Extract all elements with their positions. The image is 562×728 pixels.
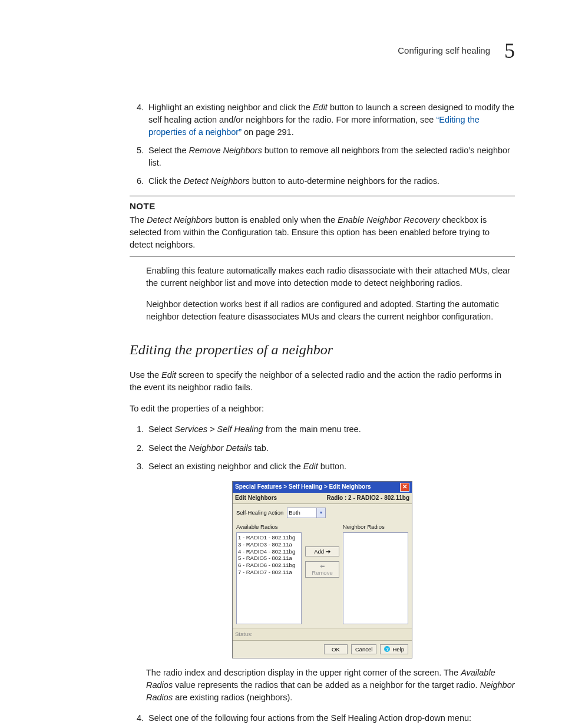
self-healing-action-select[interactable]: Both ▾	[287, 508, 326, 518]
step3-4: Select one of the following four actions…	[146, 712, 515, 724]
help-button[interactable]: ? Help	[380, 644, 408, 654]
list-item[interactable]: 3 - RADIO3 - 802.11a	[238, 541, 300, 548]
list-item[interactable]: 6 - RADIO6 - 802.11bg	[238, 562, 300, 569]
remove-button[interactable]: ⬅ Remove	[305, 561, 339, 578]
neighbor-radios-list[interactable]	[343, 532, 408, 624]
note-body: The Detect Neighbors button is enabled o…	[130, 214, 515, 251]
dialog-titlebar: Special Features > Self Healing > Edit N…	[233, 482, 412, 493]
list-item[interactable]: 5 - RADIO5 - 802.11a	[238, 555, 300, 562]
lead-in: To edit the properties of a neighbor:	[130, 403, 515, 415]
list-item[interactable]: 7 - RADIO7 - 802.11a	[238, 569, 300, 576]
step2-3: Select an existing neighbor and click th…	[146, 460, 515, 473]
procedure-list-1: Highlight an existing neighbor and click…	[130, 101, 515, 187]
help-label: Help	[392, 646, 404, 653]
radio-indicator: Radio : 2 - RADIO2 - 802.11bg	[326, 494, 409, 503]
panel-title: Edit Neighbors	[235, 494, 277, 503]
status-bar: Status:	[233, 628, 412, 641]
para-detection: Neighbor detection works best if all rad…	[146, 298, 515, 323]
step2-1: Select Services > Self Healing from the …	[146, 423, 515, 436]
procedure-list-2: Select Services > Self Healing from the …	[130, 423, 515, 472]
close-icon[interactable]: ✕	[400, 483, 409, 492]
cancel-button[interactable]: Cancel	[351, 644, 377, 654]
available-radios-list[interactable]: 1 - RADIO1 - 802.11bg 3 - RADIO3 - 802.1…	[236, 532, 302, 624]
list-item[interactable]: 1 - RADIO1 - 802.11bg	[238, 534, 300, 541]
ok-button[interactable]: OK	[324, 644, 348, 654]
dialog-breadcrumb: Special Features > Self Healing > Edit N…	[235, 483, 371, 492]
intro-para: Use the Edit screen to specify the neigh…	[130, 369, 515, 394]
running-head-text: Configuring self healing	[398, 44, 490, 57]
note-label: NOTE	[130, 200, 515, 213]
available-radios-label: Available Radios	[236, 523, 302, 531]
procedure-list-3: Select one of the following four actions…	[130, 712, 515, 724]
section-heading: Editing the properties of a neighbor	[130, 340, 515, 360]
chapter-number: 5	[504, 35, 515, 66]
note-block: NOTE The Detect Neighbors button is enab…	[130, 196, 515, 256]
step-4: Highlight an existing neighbor and click…	[146, 101, 515, 139]
chevron-down-icon: ▾	[316, 508, 325, 518]
after-shot-para: The radio index and description display …	[146, 667, 515, 704]
step-6: Click the Detect Neighbors button to aut…	[146, 175, 515, 187]
step-5: Select the Remove Neighbors button to re…	[146, 144, 515, 169]
select-value: Both	[289, 509, 300, 517]
action-label: Self-Healing Action	[236, 509, 283, 517]
help-icon: ?	[384, 646, 390, 652]
step2-2: Select the Neighbor Details tab.	[146, 442, 515, 454]
neighbor-radios-label: Neighbor Radios	[343, 523, 408, 531]
para-enabling: Enabling this feature automatically make…	[146, 265, 515, 289]
dialog-subheader: Edit Neighbors Radio : 2 - RADIO2 - 802.…	[233, 493, 412, 505]
list-item[interactable]: 4 - RADIO4 - 802.11bg	[238, 548, 300, 555]
add-button[interactable]: Add ➔	[305, 546, 339, 556]
running-header: Configuring self healing 5	[47, 35, 515, 66]
edit-neighbors-dialog: Special Features > Self Healing > Edit N…	[232, 481, 412, 658]
